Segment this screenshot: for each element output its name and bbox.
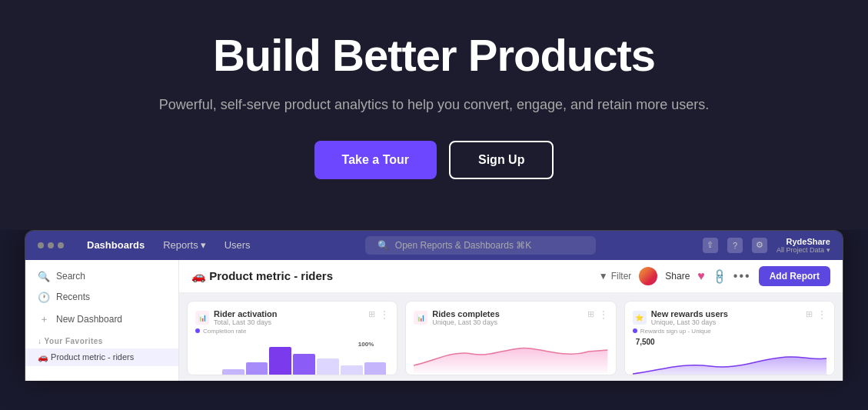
card-icon-1: 📊 (195, 311, 209, 325)
card-title-3: New rewards users (651, 309, 728, 318)
nav-users[interactable]: Users (217, 235, 258, 255)
sidebar: 🔍 Search 🕐 Recents ＋ New Dashboard ↓ You… (25, 260, 179, 381)
nav-dots (38, 242, 64, 248)
expand-icon-3[interactable]: ⊞ (806, 309, 813, 319)
card-subtitle-1: Total, Last 30 days (214, 318, 278, 326)
nav-dot-1 (38, 242, 44, 248)
clock-icon: 🕐 (38, 292, 50, 303)
card-chart-2 (414, 331, 607, 373)
card-title-2: Rides completes (432, 309, 499, 318)
plus-icon: ＋ (38, 312, 50, 326)
hero-buttons: Take a Tour Sign Up (15, 141, 853, 179)
card-subtitle-2: Unique, Last 30 days (432, 318, 499, 326)
card-chart-3 (633, 351, 826, 375)
chevron-down-icon: ▾ (826, 246, 830, 254)
more-options-icon[interactable]: ••• (733, 269, 751, 283)
card-icon-2: 📊 (414, 311, 427, 325)
nav-icon-help[interactable]: ? (727, 238, 743, 253)
card-new-rewards: ⭐ New rewards users Unique, Last 30 days… (624, 301, 835, 375)
card-rides-completes: 📊 Rides completes Unique, Last 30 days ⊞… (405, 301, 616, 375)
nav-dot-3 (58, 242, 64, 248)
search-icon: 🔍 (38, 271, 50, 282)
legend-dot-3 (633, 328, 637, 333)
filter-button[interactable]: ▼ Filter (599, 271, 632, 282)
hero-section: Build Better Products Powerful, self-ser… (0, 0, 868, 230)
content-area: 🚗 Product metric - riders ▼ Filter Share… (179, 260, 843, 381)
card-chart-1: 100% (195, 339, 389, 375)
app-main: 🔍 Search 🕐 Recents ＋ New Dashboard ↓ You… (25, 260, 843, 381)
link-icon[interactable]: 🔗 (710, 267, 728, 285)
nav-icon-share[interactable]: ⇧ (703, 238, 718, 253)
card-subtitle-3: Unique, Last 30 days (651, 318, 728, 326)
content-title: 🚗 Product metric - riders (191, 269, 333, 283)
card-icon-3: ⭐ (633, 311, 647, 325)
card-value-3: 7,500 (633, 338, 826, 346)
sidebar-favorite-item[interactable]: 🚗 Product metric - riders (25, 348, 178, 366)
content-actions: ▼ Filter Share ♥ 🔗 ••• Add Report (599, 266, 830, 286)
expand-icon-1[interactable]: ⊞ (368, 309, 375, 319)
nav-org: RydeShare All Project Data ▾ (777, 237, 830, 254)
chart-legend-3: Rewards sign up - Unique (633, 328, 826, 335)
favorites-label: ↓ Your Favorites (25, 331, 178, 348)
card-menu-1[interactable]: ⋮ (380, 309, 389, 320)
filter-icon: ▼ (599, 271, 608, 282)
take-tour-button[interactable]: Take a Tour (314, 141, 437, 179)
card-title-1: Rider activation (214, 309, 278, 318)
sign-up-button[interactable]: Sign Up (449, 141, 554, 179)
expand-icon-2[interactable]: ⊞ (587, 309, 594, 319)
avatar (639, 267, 657, 285)
content-header: 🚗 Product metric - riders ▼ Filter Share… (179, 260, 843, 293)
sidebar-item-recents[interactable]: 🕐 Recents (25, 287, 178, 308)
nav-icon-settings[interactable]: ⚙ (752, 238, 767, 253)
chart-legend-1: Completion rate (195, 328, 389, 335)
hero-title: Build Better Products (15, 31, 853, 80)
nav-reports[interactable]: Reports ▾ (155, 235, 214, 255)
org-sub: All Project Data ▾ (777, 246, 830, 254)
hero-subtitle: Powerful, self-serve product analytics t… (15, 94, 853, 116)
nav-dot-2 (48, 242, 54, 248)
sidebar-item-search[interactable]: 🔍 Search (25, 266, 178, 287)
nav-bar: Dashboards Reports ▾ Users 🔍 Open Report… (25, 231, 843, 260)
search-icon: 🔍 (377, 240, 389, 251)
app-preview: Dashboards Reports ▾ Users 🔍 Open Report… (25, 230, 843, 381)
favorite-icon[interactable]: ♥ (697, 269, 705, 283)
card-menu-2[interactable]: ⋮ (599, 309, 608, 320)
nav-dashboards[interactable]: Dashboards (79, 235, 152, 255)
share-button[interactable]: Share (665, 271, 690, 282)
org-name: RydeShare (787, 237, 830, 246)
add-report-button[interactable]: Add Report (759, 266, 830, 286)
legend-dot-1 (195, 328, 200, 333)
cards-row: 📊 Rider activation Total, Last 30 days ⊞… (179, 293, 843, 381)
nav-search-input[interactable]: 🔍 Open Reports & Dashboards ⌘K (365, 236, 596, 255)
nav-links: Dashboards Reports ▾ Users (79, 235, 258, 255)
card-menu-3[interactable]: ⋮ (817, 309, 826, 320)
nav-right: ⇧ ? ⚙ RydeShare All Project Data ▾ (703, 237, 830, 254)
sidebar-item-new-dashboard[interactable]: ＋ New Dashboard (25, 308, 178, 331)
nav-search-bar: 🔍 Open Reports & Dashboards ⌘K (258, 236, 703, 255)
card-rider-activation: 📊 Rider activation Total, Last 30 days ⊞… (187, 301, 397, 375)
